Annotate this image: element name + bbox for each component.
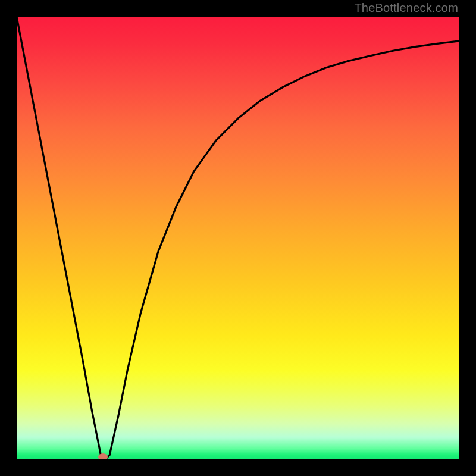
chart-stage: TheBottleneck.com (0, 0, 476, 476)
watermark-text: TheBottleneck.com (354, 1, 458, 15)
plot-area (17, 17, 459, 459)
bottleneck-curve (17, 17, 459, 459)
optimal-point-marker-icon (98, 453, 108, 459)
